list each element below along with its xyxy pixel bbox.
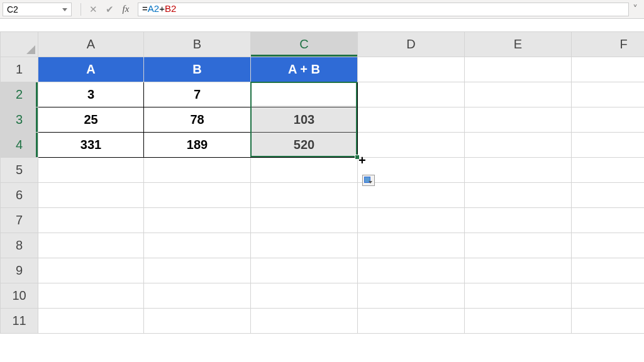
cell-D3[interactable] (358, 107, 465, 133)
cell-E5[interactable] (465, 158, 572, 183)
cell-C1[interactable]: A + B (251, 57, 358, 82)
cell-D5[interactable] (358, 158, 465, 183)
cell-F10[interactable] (572, 283, 645, 309)
cell-B4[interactable]: 189 (144, 133, 251, 158)
cell-A1[interactable]: A (38, 57, 144, 82)
cell-F11[interactable] (572, 309, 645, 334)
cell-D6[interactable] (358, 183, 465, 208)
cell-C6[interactable] (251, 183, 358, 208)
row-head-3[interactable]: 3 (1, 107, 38, 133)
row-head-2[interactable]: 2 (1, 82, 38, 107)
cell-F1[interactable] (572, 57, 645, 82)
cell-A11[interactable] (38, 309, 144, 334)
cell-D4[interactable] (358, 133, 465, 158)
column-header-row: A B C D E F (1, 32, 645, 57)
cell-E1[interactable] (465, 57, 572, 82)
cell-D1[interactable] (358, 57, 465, 82)
name-box[interactable]: C2 (3, 3, 72, 16)
cell-A7[interactable] (38, 208, 144, 233)
cell-D2[interactable] (358, 82, 465, 107)
cell-C2[interactable]: 10 (251, 82, 358, 107)
cancel-icon[interactable]: ✕ (85, 3, 101, 16)
row-head-10[interactable]: 10 (1, 283, 38, 309)
row-10: 10 (1, 283, 645, 309)
row-1: 1 A B A + B (1, 57, 645, 82)
col-head-A[interactable]: A (38, 32, 144, 57)
spacer (0, 19, 644, 31)
divider (80, 3, 81, 16)
cell-E3[interactable] (465, 107, 572, 133)
cell-D10[interactable] (358, 283, 465, 309)
col-head-D[interactable]: D (358, 32, 465, 57)
row-head-8[interactable]: 8 (1, 233, 38, 258)
row-3: 3 25 78 103 (1, 107, 645, 133)
cell-B9[interactable] (144, 258, 251, 283)
cell-A8[interactable] (38, 233, 144, 258)
cell-C11[interactable] (251, 309, 358, 334)
row-9: 9 (1, 258, 645, 283)
cell-E6[interactable] (465, 183, 572, 208)
cell-E4[interactable] (465, 133, 572, 158)
cell-B5[interactable] (144, 158, 251, 183)
cell-E8[interactable] (465, 233, 572, 258)
cell-F5[interactable] (572, 158, 645, 183)
cell-D9[interactable] (358, 258, 465, 283)
cell-F7[interactable] (572, 208, 645, 233)
expand-formula-bar-icon[interactable]: ˅ (629, 3, 641, 16)
cell-A5[interactable] (38, 158, 144, 183)
cell-B7[interactable] (144, 208, 251, 233)
row-2: 2 3 7 10 (1, 82, 645, 107)
cell-B11[interactable] (144, 309, 251, 334)
cell-D8[interactable] (358, 233, 465, 258)
row-head-5[interactable]: 5 (1, 158, 38, 183)
enter-icon[interactable]: ✔ (101, 3, 118, 16)
cell-E11[interactable] (465, 309, 572, 334)
cell-F4[interactable] (572, 133, 645, 158)
cell-C7[interactable] (251, 208, 358, 233)
cell-C8[interactable] (251, 233, 358, 258)
cell-E10[interactable] (465, 283, 572, 309)
cell-E2[interactable] (465, 82, 572, 107)
col-head-E[interactable]: E (465, 32, 572, 57)
col-head-C[interactable]: C (251, 32, 358, 57)
col-head-F[interactable]: F (572, 32, 645, 57)
cell-A4[interactable]: 331 (38, 133, 144, 158)
cell-B3[interactable]: 78 (144, 107, 251, 133)
cell-C10[interactable] (251, 283, 358, 309)
cell-F8[interactable] (572, 233, 645, 258)
cell-A6[interactable] (38, 183, 144, 208)
cell-A2[interactable]: 3 (38, 82, 144, 107)
row-head-7[interactable]: 7 (1, 208, 38, 233)
formula-input[interactable]: =A2+B2 (138, 3, 629, 16)
cell-C3[interactable]: 103 (251, 107, 358, 133)
formula-op: + (159, 3, 165, 14)
cell-B10[interactable] (144, 283, 251, 309)
cell-F3[interactable] (572, 107, 645, 133)
cell-F6[interactable] (572, 183, 645, 208)
cell-F9[interactable] (572, 258, 645, 283)
select-all-corner[interactable] (1, 32, 38, 57)
cell-A3[interactable]: 25 (38, 107, 144, 133)
formula-ref-a: A2 (148, 3, 159, 14)
cell-C4[interactable]: 520 (251, 133, 358, 158)
cell-B1[interactable]: B (144, 57, 251, 82)
cell-F2[interactable] (572, 82, 645, 107)
cell-B6[interactable] (144, 183, 251, 208)
cell-E7[interactable] (465, 208, 572, 233)
row-head-11[interactable]: 11 (1, 309, 38, 334)
fx-icon[interactable]: fx (118, 3, 134, 16)
cell-C5[interactable] (251, 158, 358, 183)
cell-A9[interactable] (38, 258, 144, 283)
cell-D7[interactable] (358, 208, 465, 233)
cell-C9[interactable] (251, 258, 358, 283)
cell-B2[interactable]: 7 (144, 82, 251, 107)
row-head-9[interactable]: 9 (1, 258, 38, 283)
row-head-6[interactable]: 6 (1, 183, 38, 208)
row-head-4[interactable]: 4 (1, 133, 38, 158)
row-head-1[interactable]: 1 (1, 57, 38, 82)
cell-E9[interactable] (465, 258, 572, 283)
col-head-B[interactable]: B (144, 32, 251, 57)
cell-D11[interactable] (358, 309, 465, 334)
cell-B8[interactable] (144, 233, 251, 258)
cell-A10[interactable] (38, 283, 144, 309)
